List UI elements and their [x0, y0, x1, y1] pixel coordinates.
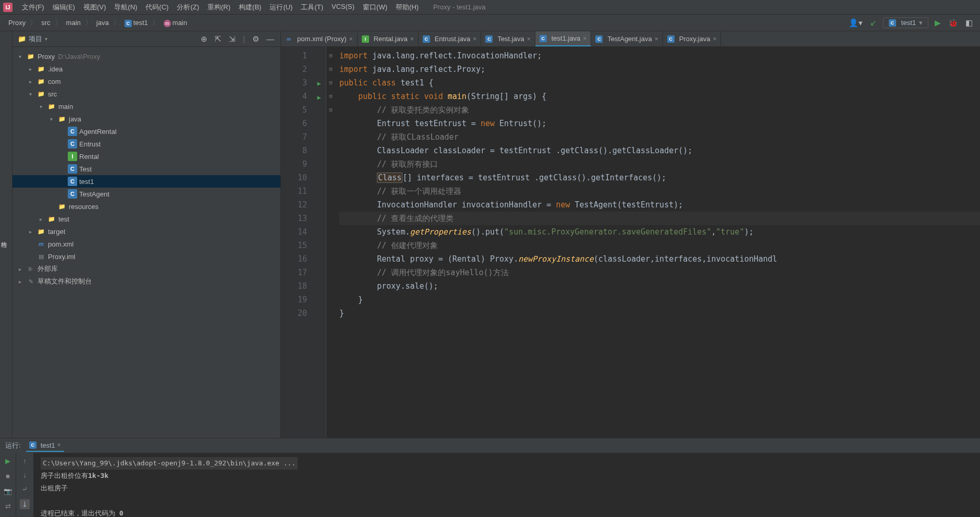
run-config-selector[interactable]: C test1 ▾ — [883, 17, 928, 28]
menu-item[interactable]: 窗口(W) — [359, 1, 391, 14]
tree-item[interactable]: CTestAgent — [13, 188, 280, 200]
gear-icon[interactable]: ⚙ — [251, 33, 260, 45]
breadcrumb-item[interactable]: java — [94, 18, 111, 28]
breadcrumb-item[interactable]: Ctest1 — [123, 18, 150, 28]
editor-tab[interactable]: Ctest1.java× — [535, 31, 592, 46]
breadcrumb-item[interactable]: src — [39, 18, 52, 28]
project-tool-window: 📁 项目 ▾ ⊕ ⇱ ⇲ | ⚙ — ▾📁ProxyD:\Java\Proxy▸… — [13, 31, 281, 438]
debug-button[interactable]: 🐞 — [947, 17, 959, 29]
breadcrumb-item[interactable]: mmain — [162, 18, 189, 28]
panel-title: 项目 — [29, 34, 42, 44]
tree-item[interactable]: ▾📁main — [13, 100, 280, 113]
tree-item[interactable]: ▾📁java — [13, 113, 280, 125]
class-icon: C — [68, 127, 77, 136]
close-icon[interactable]: × — [410, 35, 414, 43]
build-icon[interactable]: ↙ — [869, 17, 878, 29]
breadcrumb-item[interactable]: main — [64, 18, 83, 28]
scroll-icon[interactable]: ⤓ — [20, 499, 30, 509]
up-icon[interactable]: ↑ — [23, 457, 27, 465]
lib-icon: ⊪ — [26, 264, 35, 274]
menu-item[interactable]: 帮助(H) — [391, 1, 423, 14]
editor-tab[interactable]: CProxy.java× — [663, 31, 721, 46]
class-icon: C — [68, 189, 77, 199]
stop-icon[interactable]: ■ — [6, 472, 10, 480]
project-tree[interactable]: ▾📁ProxyD:\Java\Proxy▸📁.idea▸📁com▾📁src▾📁m… — [13, 47, 280, 438]
folder-icon: 📁 — [36, 77, 46, 86]
folder-icon: 📁 — [18, 35, 26, 43]
editor-area: mpom.xml (Proxy)×IRental.java×CEntrust.j… — [281, 31, 980, 438]
editor-tab[interactable]: CTest.java× — [481, 31, 535, 46]
src-icon: 📁 — [57, 114, 67, 124]
menu-item[interactable]: 工具(T) — [297, 1, 327, 14]
left-tool-strip[interactable]: 结构 — [0, 31, 13, 438]
run-side-toolbar: ▶ ■ 📷 ⇄ — [0, 453, 16, 517]
tree-item[interactable]: CEntrust — [13, 138, 280, 150]
settings-icon[interactable]: ⇄ — [5, 502, 11, 510]
folder-icon: 📁 — [36, 64, 46, 73]
window-title: Proxy - test1.java — [433, 3, 485, 11]
close-icon[interactable]: × — [713, 35, 716, 43]
tree-item[interactable]: ▤Proxy.iml — [13, 250, 280, 263]
close-icon[interactable]: × — [583, 35, 586, 42]
menu-item[interactable]: VCS(S) — [327, 1, 359, 14]
scratch-icon: ✎ — [26, 277, 35, 286]
close-icon[interactable]: × — [473, 35, 476, 43]
console-output[interactable]: C:\Users\Yang_99\.jdks\adopt-openj9-1.8.… — [33, 453, 980, 517]
folder-icon: 📁 — [36, 89, 46, 99]
close-icon[interactable]: × — [349, 35, 353, 43]
collapse-all-icon[interactable]: ⇲ — [228, 33, 237, 45]
close-icon[interactable]: × — [527, 35, 531, 43]
run-label: 运行: — [5, 441, 21, 450]
tree-item[interactable]: Ctest1 — [13, 175, 280, 188]
code-editor[interactable]: 1234567891011121314151617181920 ▶▶ ⊟⊟ ⊟ … — [281, 47, 980, 438]
class-icon: C — [68, 177, 77, 186]
expand-all-icon[interactable]: ⇱ — [214, 33, 223, 45]
camera-icon[interactable]: 📷 — [4, 487, 12, 495]
interface-icon: I — [68, 152, 77, 161]
menu-item[interactable]: 编辑(E) — [48, 1, 79, 14]
close-icon[interactable]: × — [655, 35, 658, 43]
tree-item[interactable]: ▸⊪外部库 — [13, 263, 280, 275]
menu-item[interactable]: 导航(N) — [110, 1, 141, 14]
menu-item[interactable]: 文件(F) — [18, 1, 48, 14]
editor-tab[interactable]: CEntrust.java× — [419, 31, 482, 46]
hide-icon[interactable]: — — [265, 33, 275, 45]
menu-item[interactable]: 代码(C) — [141, 1, 173, 14]
tree-item[interactable]: IRental — [13, 150, 280, 163]
wrap-icon[interactable]: ⤶ — [22, 485, 28, 493]
close-icon[interactable]: × — [57, 441, 61, 449]
app-icon: IJ — [3, 3, 13, 12]
folder-icon: 📁 — [57, 202, 67, 211]
locate-icon[interactable]: ⊕ — [200, 33, 209, 45]
tree-item[interactable]: ▸📁.idea — [13, 63, 280, 75]
run-button[interactable]: ▶ — [934, 17, 942, 29]
menu-item[interactable]: 构建(B) — [235, 1, 265, 14]
breadcrumb-item[interactable]: Proxy — [6, 18, 28, 28]
tree-item[interactable]: ▾📁src — [13, 88, 280, 100]
editor-tab[interactable]: CTestAgent.java× — [591, 31, 663, 46]
folder-icon: 📁 — [47, 214, 56, 224]
down-icon[interactable]: ↓ — [23, 471, 27, 479]
tree-item[interactable]: 📁resources — [13, 200, 280, 213]
run-tab[interactable]: C test1 × — [26, 440, 64, 452]
tree-item[interactable]: mpom.xml — [13, 238, 280, 250]
menu-item[interactable]: 重构(R) — [203, 1, 235, 14]
editor-tab[interactable]: IRental.java× — [358, 31, 419, 46]
tree-item[interactable]: ▸📁test — [13, 213, 280, 225]
tree-item[interactable]: CAgentRental — [13, 125, 280, 138]
tree-item[interactable]: ▸📁com — [13, 75, 280, 88]
folder-icon: 📁 — [47, 102, 56, 111]
menu-item[interactable]: 运行(U) — [265, 1, 297, 14]
file-icon: ▤ — [36, 252, 46, 261]
editor-tab[interactable]: mpom.xml (Proxy)× — [281, 31, 358, 46]
tree-item[interactable]: ▸📁target — [13, 225, 280, 238]
tree-item[interactable]: ▸✎草稿文件和控制台 — [13, 275, 280, 288]
menu-item[interactable]: 视图(V) — [79, 1, 110, 14]
coverage-button[interactable]: ◧ — [964, 17, 974, 29]
rerun-icon[interactable]: ▶ — [5, 457, 10, 465]
user-icon[interactable]: 👤▾ — [848, 17, 864, 29]
menu-item[interactable]: 分析(Z) — [173, 1, 203, 14]
navigation-bar: Proxy〉src〉main〉java〉Ctest1〉mmain 👤▾ ↙ C … — [0, 15, 980, 31]
tree-item[interactable]: ▾📁ProxyD:\Java\Proxy — [13, 50, 280, 63]
tree-item[interactable]: CTest — [13, 163, 280, 175]
